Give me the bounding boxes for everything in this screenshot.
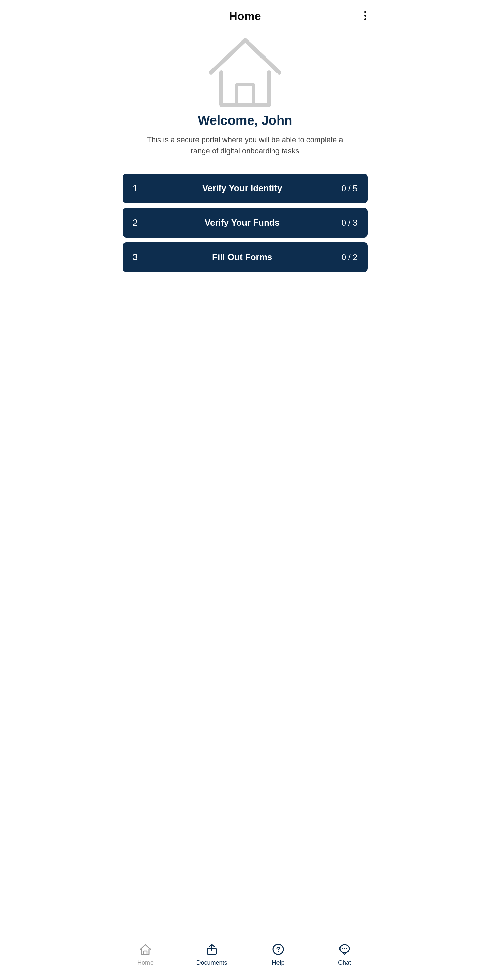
home-icon bbox=[138, 942, 153, 956]
nav-item-chat[interactable]: Chat bbox=[311, 939, 378, 970]
more-options-button[interactable] bbox=[363, 10, 368, 22]
task-item-1[interactable]: 1 Verify Your Identity 0 / 5 bbox=[123, 173, 368, 203]
page-title: Home bbox=[229, 10, 261, 23]
task-item-2[interactable]: 2 Verify Your Funds 0 / 3 bbox=[123, 208, 368, 237]
nav-label-documents: Documents bbox=[196, 959, 227, 966]
task-progress-2: 0 / 3 bbox=[342, 218, 358, 228]
app-header: Home bbox=[112, 0, 378, 28]
nav-label-home: Home bbox=[137, 959, 153, 966]
svg-point-8 bbox=[344, 948, 345, 950]
welcome-subtitle: This is a secure portal where you will b… bbox=[147, 134, 344, 156]
documents-icon bbox=[205, 942, 219, 956]
chat-icon bbox=[337, 942, 352, 956]
hero-section: Welcome, John This is a secure portal wh… bbox=[112, 28, 378, 167]
nav-item-home[interactable]: Home bbox=[112, 939, 179, 970]
task-number-2: 2 bbox=[133, 218, 143, 228]
help-icon: ? bbox=[271, 942, 285, 956]
task-list: 1 Verify Your Identity 0 / 5 2 Verify Yo… bbox=[112, 167, 378, 282]
svg-rect-0 bbox=[237, 84, 254, 105]
house-icon bbox=[204, 35, 286, 110]
task-label-2: Verify Your Funds bbox=[150, 218, 335, 228]
welcome-title: Welcome, John bbox=[198, 113, 292, 128]
svg-point-9 bbox=[346, 948, 347, 950]
content-spacer bbox=[112, 282, 378, 933]
nav-label-chat: Chat bbox=[338, 959, 351, 966]
task-number-1: 1 bbox=[133, 183, 143, 194]
nav-label-help: Help bbox=[272, 959, 284, 966]
task-label-3: Fill Out Forms bbox=[150, 252, 335, 262]
dot-3 bbox=[364, 18, 366, 21]
task-label-1: Verify Your Identity bbox=[150, 183, 335, 194]
bottom-navigation: Home Documents ? Help bbox=[112, 933, 378, 980]
nav-item-documents[interactable]: Documents bbox=[179, 939, 245, 970]
dot-1 bbox=[364, 11, 366, 13]
task-progress-3: 0 / 2 bbox=[342, 253, 358, 262]
nav-item-help[interactable]: ? Help bbox=[245, 939, 311, 970]
task-progress-1: 0 / 5 bbox=[342, 184, 358, 193]
svg-point-7 bbox=[342, 948, 343, 950]
task-number-3: 3 bbox=[133, 252, 143, 262]
dot-2 bbox=[364, 14, 366, 17]
task-item-3[interactable]: 3 Fill Out Forms 0 / 2 bbox=[123, 242, 368, 272]
svg-text:?: ? bbox=[276, 946, 280, 953]
